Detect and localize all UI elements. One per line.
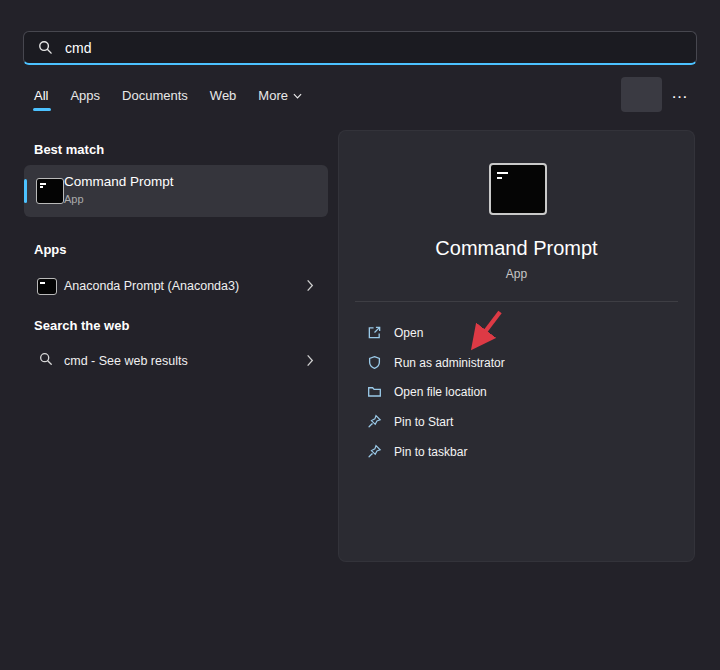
preview-subtitle: App: [339, 267, 694, 281]
search-icon: [38, 40, 53, 55]
best-match-result-command-prompt[interactable]: Command Prompt App: [24, 165, 328, 217]
search-input[interactable]: [63, 39, 627, 57]
active-tab-indicator: [33, 108, 51, 111]
result-anaconda-prompt[interactable]: Anaconda Prompt (Anaconda3): [24, 266, 328, 306]
result-web-search[interactable]: cmd - See web results: [24, 342, 328, 380]
options-overflow-button[interactable]: …: [664, 83, 696, 103]
tab-web-label: Web: [210, 88, 237, 103]
search-icon: [39, 352, 53, 366]
divider: [355, 301, 678, 302]
search-box[interactable]: [23, 31, 697, 65]
result-label: cmd - See web results: [64, 354, 188, 368]
tab-more[interactable]: More: [258, 88, 302, 103]
chevron-right-icon[interactable]: [306, 279, 314, 292]
best-match-header: Best match: [34, 142, 104, 157]
tab-apps-label: Apps: [70, 88, 100, 103]
tab-documents[interactable]: Documents: [122, 88, 188, 103]
result-label: Anaconda Prompt (Anaconda3): [64, 279, 239, 293]
start-search-flyout: All Apps Documents Web More … Best match…: [0, 0, 720, 670]
action-open-file-location[interactable]: Open file location: [355, 378, 680, 405]
action-open[interactable]: Open: [355, 319, 680, 346]
action-label: Open: [394, 326, 423, 340]
anaconda-prompt-icon: [37, 278, 57, 295]
tab-documents-label: Documents: [122, 88, 188, 103]
action-label: Pin to Start: [394, 415, 453, 429]
best-match-subtitle: App: [64, 193, 84, 205]
pin-icon: [367, 444, 382, 459]
search-filter-tabs: All Apps Documents Web More: [34, 88, 302, 103]
action-label: Pin to taskbar: [394, 445, 467, 459]
action-pin-to-taskbar[interactable]: Pin to taskbar: [355, 438, 680, 465]
shield-icon: [367, 355, 382, 370]
open-icon: [367, 325, 382, 340]
tab-all[interactable]: All: [34, 88, 48, 103]
chevron-down-icon: [293, 93, 302, 99]
tab-apps[interactable]: Apps: [70, 88, 100, 103]
tab-more-label: More: [258, 88, 288, 103]
pin-icon: [367, 414, 382, 429]
preview-title: Command Prompt: [339, 237, 694, 260]
action-pin-to-start[interactable]: Pin to Start: [355, 408, 680, 435]
tab-all-label: All: [34, 88, 48, 103]
preview-panel: Command Prompt App Open Run as administr…: [338, 130, 695, 562]
selection-accent-bar: [24, 179, 27, 203]
action-label: Run as administrator: [394, 356, 505, 370]
command-prompt-icon: [36, 178, 64, 204]
best-match-title: Command Prompt: [64, 174, 174, 189]
action-label: Open file location: [394, 385, 487, 399]
folder-icon: [367, 384, 382, 399]
search-the-web-header: Search the web: [34, 318, 129, 333]
command-prompt-icon: [489, 163, 547, 215]
chevron-right-icon[interactable]: [306, 354, 314, 367]
tab-web[interactable]: Web: [210, 88, 237, 103]
apps-header: Apps: [34, 242, 67, 257]
action-run-as-administrator[interactable]: Run as administrator: [355, 349, 680, 376]
toolbar-hover-square[interactable]: [621, 77, 662, 112]
